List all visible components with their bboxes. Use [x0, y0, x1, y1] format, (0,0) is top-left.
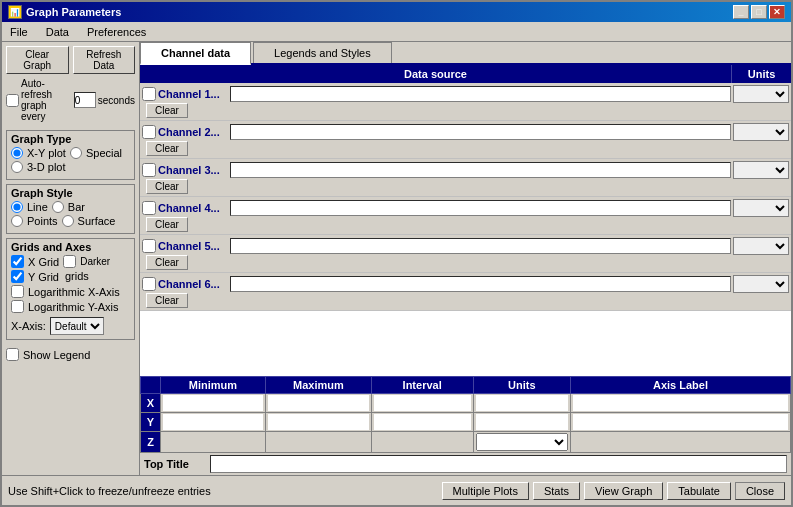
minimize-button[interactable]: _	[733, 5, 749, 19]
channel-4-clear-button[interactable]: Clear	[146, 217, 188, 232]
graph-style-surface-radio[interactable]	[62, 215, 74, 227]
view-graph-button[interactable]: View Graph	[584, 482, 663, 500]
log-y-checkbox[interactable]	[11, 300, 24, 313]
stats-button[interactable]: Stats	[533, 482, 580, 500]
window-close-button[interactable]: ✕	[769, 5, 785, 19]
darker-checkbox[interactable]	[63, 255, 76, 268]
channel-6-top: Channel 6...	[140, 273, 791, 293]
tabulate-button[interactable]: Tabulate	[667, 482, 731, 500]
axis-x-alabel-input[interactable]	[573, 395, 788, 411]
axis-x-interval-cell	[371, 394, 473, 413]
top-title-label: Top Title	[144, 458, 204, 470]
graph-style-bar-radio[interactable]	[52, 201, 64, 213]
channel-3-checkbox[interactable]	[142, 163, 156, 177]
axis-z-interval-input[interactable]	[374, 434, 471, 450]
menu-file[interactable]: File	[6, 25, 32, 39]
channel-5-checkbox[interactable]	[142, 239, 156, 253]
axis-x-units-input[interactable]	[476, 395, 569, 411]
channel-6-input[interactable]	[230, 276, 731, 292]
channel-4-units[interactable]	[733, 199, 789, 217]
refresh-data-button[interactable]: Refresh Data	[73, 46, 136, 74]
channel-6-checkbox[interactable]	[142, 277, 156, 291]
window-title: Graph Parameters	[26, 6, 121, 18]
graph-type-xy-radio[interactable]	[11, 147, 23, 159]
log-y-label: Logarithmic Y-Axis	[28, 301, 119, 313]
axis-z-min-input[interactable]	[163, 434, 263, 450]
channel-3-input[interactable]	[230, 162, 731, 178]
auto-refresh-unit: seconds	[98, 95, 135, 106]
channel-1-clear-button[interactable]: Clear	[146, 103, 188, 118]
axis-y-units-input[interactable]	[476, 414, 569, 430]
axis-y-max-input[interactable]	[268, 414, 369, 430]
axis-z-alabel-input[interactable]	[573, 434, 788, 450]
channel-5-units[interactable]	[733, 237, 789, 255]
channel-6-units[interactable]	[733, 275, 789, 293]
show-legend-checkbox[interactable]	[6, 348, 19, 361]
axis-row-x: X	[141, 394, 791, 413]
axis-x-max-input[interactable]	[268, 395, 369, 411]
channel-5-clear-button[interactable]: Clear	[146, 255, 188, 270]
graph-style-line-radio[interactable]	[11, 201, 23, 213]
axis-y-alabel-input[interactable]	[573, 414, 788, 430]
xgrid-row: X Grid	[11, 255, 59, 268]
channel-3-label: Channel 3...	[158, 164, 228, 176]
axis-z-max-input[interactable]	[268, 434, 369, 450]
axis-y-min-input[interactable]	[163, 414, 263, 430]
menu-data[interactable]: Data	[42, 25, 73, 39]
channel-1-units[interactable]	[733, 85, 789, 103]
channel-3-clear-button[interactable]: Clear	[146, 179, 188, 194]
axis-table-section: Minimum Maximum Interval Units Axis Labe…	[140, 376, 791, 475]
channel-3-units[interactable]	[733, 161, 789, 179]
grids-row: X Grid Darker	[11, 255, 130, 270]
multiple-plots-button[interactable]: Multiple Plots	[442, 482, 529, 500]
channel-3-top: Channel 3...	[140, 159, 791, 179]
graph-type-xy-label[interactable]: X-Y plot	[27, 147, 66, 159]
graph-style-bar-label[interactable]: Bar	[68, 201, 85, 213]
axis-y-interval-input[interactable]	[374, 414, 471, 430]
title-bar-buttons: _ □ ✕	[733, 5, 785, 19]
channel-6-clear-button[interactable]: Clear	[146, 293, 188, 308]
xgrid-checkbox[interactable]	[11, 255, 24, 268]
ygrid-grids-row: Y Grid grids	[11, 270, 130, 285]
auto-refresh-checkbox[interactable]	[6, 94, 19, 107]
graph-style-points-label[interactable]: Points	[27, 215, 58, 227]
menu-preferences[interactable]: Preferences	[83, 25, 150, 39]
title-bar-left: 📊 Graph Parameters	[8, 5, 121, 19]
axis-x-interval-input[interactable]	[374, 395, 471, 411]
channel-1-checkbox[interactable]	[142, 87, 156, 101]
channel-2-units[interactable]	[733, 123, 789, 141]
graph-style-surface-label[interactable]: Surface	[78, 215, 116, 227]
graph-type-special-label[interactable]: Special	[86, 147, 122, 159]
close-button[interactable]: Close	[735, 482, 785, 500]
axis-y-label: Y	[141, 413, 161, 432]
channel-4-input[interactable]	[230, 200, 731, 216]
axis-z-label: Z	[141, 432, 161, 453]
auto-refresh-input[interactable]	[74, 92, 96, 108]
maximize-button[interactable]: □	[751, 5, 767, 19]
log-x-checkbox[interactable]	[11, 285, 24, 298]
channel-row-4: Channel 4... Clear	[140, 197, 791, 235]
channel-2-checkbox[interactable]	[142, 125, 156, 139]
axis-x-min-input[interactable]	[163, 395, 263, 411]
tab-legends-styles[interactable]: Legends and Styles	[253, 42, 392, 63]
channel-4-checkbox[interactable]	[142, 201, 156, 215]
graph-type-3d-label[interactable]: 3-D plot	[27, 161, 66, 173]
axis-z-units-select[interactable]	[476, 433, 569, 451]
xaxis-select[interactable]: Default	[50, 317, 104, 335]
channel-2-clear-button[interactable]: Clear	[146, 141, 188, 156]
graph-style-points-radio[interactable]	[11, 215, 23, 227]
channel-3-bottom: Clear	[140, 179, 791, 196]
channel-2-input[interactable]	[230, 124, 731, 140]
graph-type-special-radio[interactable]	[70, 147, 82, 159]
graph-style-line-label[interactable]: Line	[27, 201, 48, 213]
graph-type-3d-radio[interactable]	[11, 161, 23, 173]
channel-1-input[interactable]	[230, 86, 731, 102]
top-title-input[interactable]	[210, 455, 787, 473]
channel-4-label: Channel 4...	[158, 202, 228, 214]
clear-graph-button[interactable]: Clear Graph	[6, 46, 69, 74]
tab-channel-data[interactable]: Channel data	[140, 42, 251, 65]
channel-5-input[interactable]	[230, 238, 731, 254]
axis-row-y: Y	[141, 413, 791, 432]
ygrid-checkbox[interactable]	[11, 270, 24, 283]
axis-row-z: Z	[141, 432, 791, 453]
